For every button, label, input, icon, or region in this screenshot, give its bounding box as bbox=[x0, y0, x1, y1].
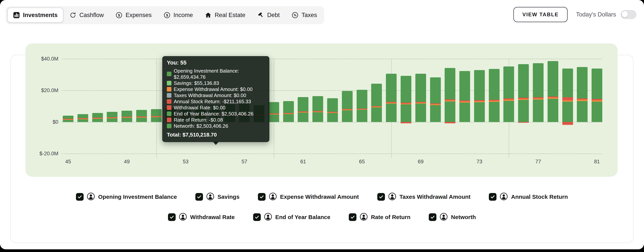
bar-segment bbox=[342, 110, 352, 122]
series-checkbox[interactable] bbox=[253, 213, 261, 221]
tooltip-row-opening-investment-balance: Opening Investment Balance: $2,659,434.7… bbox=[167, 68, 265, 80]
bar-segment bbox=[92, 119, 103, 122]
y-gridline bbox=[62, 59, 602, 59]
bar-age-72[interactable] bbox=[459, 71, 470, 122]
bar-age-51[interactable] bbox=[151, 109, 162, 122]
bar-segment bbox=[357, 110, 367, 122]
bar-segment bbox=[268, 115, 279, 122]
bar-age-77[interactable] bbox=[533, 63, 544, 122]
series-checkbox[interactable] bbox=[195, 193, 203, 201]
bar-age-48[interactable] bbox=[107, 112, 118, 122]
tab-income[interactable]: $Income bbox=[158, 8, 199, 23]
bar-age-62[interactable] bbox=[312, 96, 323, 122]
series-swatch bbox=[167, 111, 172, 116]
person-icon[interactable] bbox=[388, 192, 396, 201]
person-icon[interactable] bbox=[264, 212, 272, 222]
legend-label: Opening Investment Balance bbox=[98, 194, 177, 200]
bar-segment bbox=[459, 103, 470, 122]
tab-expenses[interactable]: $Expenses bbox=[110, 8, 157, 23]
person-icon[interactable] bbox=[206, 192, 214, 201]
bar-age-63[interactable] bbox=[327, 98, 338, 122]
hammer-icon bbox=[257, 12, 264, 19]
bar-segment bbox=[342, 91, 352, 109]
bar-segment bbox=[592, 99, 602, 100]
bar-segment bbox=[504, 101, 514, 122]
bar-age-75[interactable] bbox=[504, 67, 514, 122]
bar-segment bbox=[151, 117, 162, 122]
tooltip-row-networth: Networth: $2,503,406.26 bbox=[167, 123, 265, 129]
tab-cashflow[interactable]: Cashflow bbox=[64, 8, 110, 23]
main-nav: InvestmentsCashflow$Expenses$IncomeReal … bbox=[6, 6, 324, 24]
bar-age-79[interactable] bbox=[562, 69, 573, 122]
series-swatch bbox=[167, 87, 172, 92]
tab-taxes[interactable]: %Taxes bbox=[286, 8, 323, 23]
series-checkbox[interactable] bbox=[349, 213, 356, 221]
view-table-button[interactable]: VIEW TABLE bbox=[513, 7, 568, 22]
tab-label: Expenses bbox=[126, 12, 152, 19]
person-icon[interactable] bbox=[500, 192, 508, 201]
bar-age-49[interactable] bbox=[122, 111, 132, 122]
bar-age-71[interactable] bbox=[445, 68, 455, 122]
tab-investments[interactable]: Investments bbox=[7, 8, 63, 23]
bar-segment bbox=[489, 69, 500, 100]
bar-age-59[interactable] bbox=[268, 102, 279, 122]
tooltip-row-text: Networth: $2,503,406.26 bbox=[174, 123, 228, 129]
bar-negative-segment bbox=[518, 122, 529, 123]
legend-item-savings: Savings bbox=[195, 192, 240, 201]
bar-age-68[interactable] bbox=[401, 76, 411, 122]
person-icon[interactable] bbox=[440, 212, 448, 222]
bar-age-60[interactable] bbox=[283, 101, 294, 122]
y-gridline bbox=[62, 154, 602, 154]
bar-segment bbox=[298, 113, 308, 122]
bar-age-67[interactable] bbox=[386, 74, 396, 122]
bar-segment bbox=[577, 101, 588, 122]
bar-age-50[interactable] bbox=[136, 110, 147, 122]
bar-age-45[interactable] bbox=[63, 116, 74, 122]
tab-real-estate[interactable]: Real Estate bbox=[199, 8, 251, 23]
legend-label: Taxes Withdrawal Amount bbox=[400, 194, 470, 200]
bar-age-78[interactable] bbox=[548, 61, 558, 122]
person-icon[interactable] bbox=[179, 212, 187, 222]
legend-label: Savings bbox=[218, 194, 240, 200]
bar-age-64[interactable] bbox=[342, 91, 352, 122]
bar-age-73[interactable] bbox=[474, 70, 485, 122]
todays-dollars-toggle[interactable] bbox=[621, 10, 636, 19]
series-checkbox[interactable] bbox=[76, 193, 84, 201]
bar-segment bbox=[548, 97, 558, 99]
series-swatch bbox=[167, 118, 172, 122]
bar-segment bbox=[577, 100, 588, 101]
bar-age-65[interactable] bbox=[357, 90, 367, 122]
series-checkbox[interactable] bbox=[168, 213, 176, 221]
bar-segment bbox=[548, 61, 558, 97]
bar-age-66[interactable] bbox=[371, 84, 382, 122]
bar-segment bbox=[430, 105, 441, 122]
tooltip-row-taxes-withdrawal-amount: Taxes Withdrawal Amount: $0.00 bbox=[167, 92, 265, 98]
bar-age-46[interactable] bbox=[78, 114, 88, 122]
todays-dollars-label: Today's Dollars bbox=[576, 11, 616, 18]
bar-segment bbox=[445, 102, 455, 122]
bar-age-70[interactable] bbox=[430, 77, 441, 122]
bar-age-61[interactable] bbox=[298, 97, 308, 122]
person-icon[interactable] bbox=[87, 192, 95, 201]
bar-segment bbox=[136, 110, 147, 116]
bar-age-74[interactable] bbox=[489, 69, 500, 122]
bar-age-47[interactable] bbox=[92, 113, 103, 122]
person-icon[interactable] bbox=[268, 192, 277, 201]
legend-label: Networth bbox=[451, 214, 476, 220]
legend-label: Withdrawal Rate bbox=[190, 214, 235, 220]
x-axis-label: 57 bbox=[235, 159, 254, 165]
bar-age-76[interactable] bbox=[518, 64, 529, 122]
series-checkbox[interactable] bbox=[429, 213, 436, 221]
series-checkbox[interactable] bbox=[489, 193, 496, 201]
bar-segment bbox=[78, 119, 88, 122]
tab-debt[interactable]: Debt bbox=[252, 8, 285, 23]
bar-age-69[interactable] bbox=[415, 74, 426, 122]
tooltip-row-text: Savings: $55,136.83 bbox=[174, 80, 219, 86]
series-checkbox[interactable] bbox=[377, 193, 385, 201]
bar-age-80[interactable] bbox=[577, 67, 588, 122]
bar-negative-segment bbox=[562, 122, 573, 125]
bar-age-81[interactable] bbox=[592, 69, 602, 122]
bar-segment bbox=[312, 112, 323, 122]
person-icon[interactable] bbox=[360, 212, 368, 222]
series-checkbox[interactable] bbox=[258, 193, 266, 201]
